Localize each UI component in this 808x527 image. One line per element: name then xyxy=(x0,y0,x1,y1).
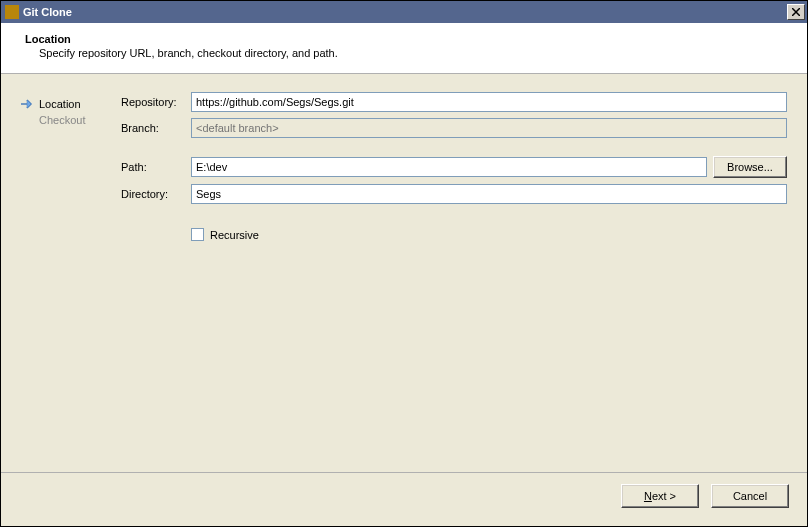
branch-input[interactable] xyxy=(191,118,787,138)
form-area: Repository: Branch: Path: Browse... Dire… xyxy=(121,92,787,472)
repository-input[interactable] xyxy=(191,92,787,112)
path-label: Path: xyxy=(121,161,191,173)
cancel-button[interactable]: Cancel xyxy=(711,484,789,508)
arrow-right-icon xyxy=(21,99,35,109)
branch-label: Branch: xyxy=(121,122,191,134)
header-panel: Location Specify repository URL, branch,… xyxy=(1,23,807,74)
browse-button[interactable]: Browse... xyxy=(713,156,787,178)
header-title: Location xyxy=(25,33,791,45)
sidebar-item-label: Location xyxy=(39,98,81,110)
next-button[interactable]: Next > xyxy=(621,484,699,508)
directory-label: Directory: xyxy=(121,188,191,200)
path-input[interactable] xyxy=(191,157,707,177)
window-title: Git Clone xyxy=(23,6,72,18)
titlebar: Git Clone xyxy=(1,1,807,23)
footer: Next > Cancel xyxy=(1,472,807,518)
repository-label: Repository: xyxy=(121,96,191,108)
directory-input[interactable] xyxy=(191,184,787,204)
sidebar-item-label: Checkout xyxy=(39,114,85,126)
header-description: Specify repository URL, branch, checkout… xyxy=(25,47,791,59)
app-icon xyxy=(5,5,19,19)
recursive-checkbox[interactable] xyxy=(191,228,204,241)
wizard-sidebar: Location Checkout xyxy=(21,92,121,472)
recursive-label: Recursive xyxy=(210,229,259,241)
close-button[interactable] xyxy=(787,4,805,20)
sidebar-item-checkout: Checkout xyxy=(21,112,121,128)
sidebar-item-location[interactable]: Location xyxy=(21,96,121,112)
